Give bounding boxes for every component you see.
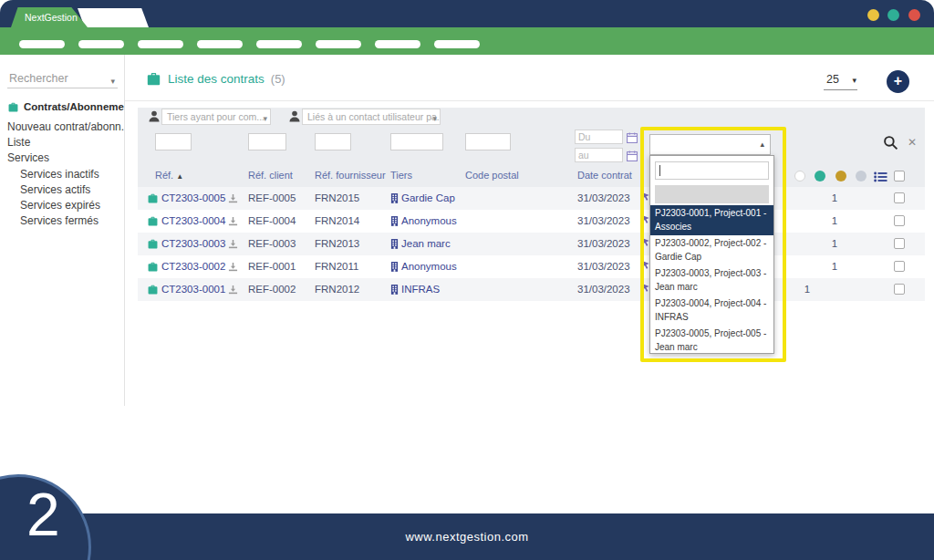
page-size-value: 25: [826, 73, 839, 86]
window-dot-green-icon[interactable]: [887, 9, 899, 21]
dropdown-option[interactable]: PJ2303-0002, Project-002 - Gardie Cap: [650, 235, 773, 265]
step-number: 2: [26, 484, 60, 544]
contact-filter-combo[interactable]: Liés à un contact utilisateur pa... ▾: [302, 109, 441, 125]
page-size-select[interactable]: 25 ▾: [824, 73, 857, 90]
contract-ref-link[interactable]: CT2303-0003: [161, 238, 225, 249]
dropdown-option[interactable]: PJ2303-0004, Project-004 - INFRAS: [650, 296, 773, 326]
briefcase-icon: [146, 72, 161, 86]
sidebar-item-liste[interactable]: Liste: [7, 136, 30, 149]
column-header-date-contrat[interactable]: Date contrat: [577, 170, 632, 181]
window-dot-yellow-icon[interactable]: [867, 9, 879, 21]
page-title: Liste des contrats: [168, 72, 265, 86]
select-all-checkbox[interactable]: [894, 171, 905, 181]
row-checkbox[interactable]: [894, 238, 905, 249]
row-checkbox[interactable]: [894, 215, 905, 226]
download-icon[interactable]: [228, 239, 238, 249]
date-to-input[interactable]: [575, 148, 623, 162]
date-contrat-cell: 31/03/2023: [577, 261, 630, 272]
project-filter-select[interactable]: ▴: [649, 134, 771, 155]
menu-item-pill[interactable]: [316, 40, 361, 48]
brand-tab[interactable]: NextGestion: [11, 7, 88, 27]
title-bar: NextGestion: [0, 0, 934, 27]
tiers-filter-input[interactable]: [390, 133, 443, 150]
dropdown-option[interactable]: PJ2303-0001, Project-001 - Associes: [650, 205, 773, 235]
column-header-ref-fournisseur[interactable]: Réf. fournisseur: [315, 170, 386, 181]
code-postal-filter-input[interactable]: [465, 133, 511, 150]
status-dot-gold-icon[interactable]: [835, 171, 846, 181]
menu-item-pill[interactable]: [78, 40, 124, 48]
building-icon: [390, 261, 399, 272]
main-menu-bar: [0, 27, 934, 55]
menu-item-pill[interactable]: [375, 40, 420, 48]
ref-client-cell: REF-0001: [248, 261, 296, 272]
search-icon[interactable]: [883, 135, 898, 150]
tiers-link[interactable]: Gardie Cap: [401, 192, 455, 203]
ref-fournisseur-filter-input[interactable]: [315, 133, 351, 150]
ref-client-filter-input[interactable]: [248, 133, 286, 150]
ref-filter-input[interactable]: [155, 133, 192, 150]
column-header-code-postal[interactable]: Code postal: [465, 170, 519, 181]
sidebar: Rechercher ▾ Contrats/Abonneme... Nouvea…: [0, 55, 125, 406]
contract-ref-link[interactable]: CT2303-0002: [161, 261, 225, 272]
row-checkbox[interactable]: [894, 261, 905, 272]
menu-item-pill[interactable]: [434, 40, 480, 48]
sidebar-item-services-actifs[interactable]: Services actifs: [20, 183, 90, 196]
status-dot-green-icon[interactable]: [815, 171, 825, 181]
sidebar-item-nouveau-contrat[interactable]: Nouveau contrat/abonn.: [7, 120, 124, 133]
count-b-cell: 1: [821, 261, 848, 272]
date-from-input[interactable]: [575, 130, 623, 144]
sidebar-item-services-inactifs[interactable]: Services inactifs: [20, 168, 99, 181]
dropdown-option[interactable]: PJ2303-0005, Project-005 - Jean marc: [650, 326, 773, 355]
text-cursor: [659, 165, 660, 176]
contract-ref-link[interactable]: CT2303-0005: [161, 192, 225, 203]
download-icon[interactable]: [228, 285, 238, 295]
dropdown-option-empty[interactable]: [655, 185, 769, 203]
download-icon[interactable]: [228, 216, 238, 226]
status-dot-white-icon[interactable]: [794, 171, 805, 181]
download-icon[interactable]: [228, 262, 238, 272]
column-header-ref-client[interactable]: Réf. client: [248, 170, 293, 181]
ref-client-cell: REF-0005: [248, 192, 296, 203]
sidebar-item-services-fermes[interactable]: Services fermés: [20, 214, 99, 227]
tiers-link[interactable]: Anonymous: [401, 215, 457, 226]
column-header-tiers[interactable]: Tiers: [390, 170, 412, 181]
sidebar-search-placeholder: Rechercher: [9, 72, 68, 85]
contract-ref-link[interactable]: CT2303-0001: [161, 284, 225, 295]
menu-item-pill[interactable]: [197, 40, 243, 48]
tiers-link[interactable]: Jean marc: [401, 238, 451, 249]
sidebar-search-select[interactable]: Rechercher ▾: [7, 70, 118, 88]
sidebar-section-contrats[interactable]: Contrats/Abonneme...: [7, 101, 125, 112]
inactive-tab[interactable]: [78, 8, 149, 27]
tiers-filter-placeholder: Tiers ayant pour com...: [167, 111, 265, 122]
ref-fournisseur-cell: FRN2012: [315, 284, 359, 295]
calendar-icon[interactable]: [627, 130, 638, 141]
list-view-icon[interactable]: [874, 171, 887, 182]
download-icon[interactable]: [228, 193, 238, 203]
footer-bar: www.nextgestion.com: [0, 513, 934, 560]
add-contract-button[interactable]: +: [887, 70, 909, 93]
sidebar-item-services-expires[interactable]: Services expirés: [20, 199, 100, 212]
column-header-ref[interactable]: Réf.▲: [155, 170, 183, 181]
row-checkbox[interactable]: [894, 192, 905, 203]
menu-item-pill[interactable]: [19, 40, 65, 48]
app-window: NextGestion Rechercher ▾ Contrats/Abonne…: [0, 0, 934, 560]
tiers-link[interactable]: Anonymous: [401, 261, 457, 272]
row-checkbox[interactable]: [894, 284, 905, 295]
menu-item-pill[interactable]: [138, 40, 183, 48]
building-icon: [390, 215, 399, 226]
chevron-down-icon: ▾: [432, 111, 437, 125]
dropdown-option[interactable]: PJ2303-0003, Project-003 - Jean marc: [650, 265, 773, 296]
contract-ref-link[interactable]: CT2303-0004: [161, 215, 225, 226]
window-dot-red-icon[interactable]: [908, 9, 920, 21]
contact-filter-placeholder: Liés à un contact utilisateur pa...: [307, 111, 441, 122]
clear-filters-icon[interactable]: ✕: [908, 136, 917, 149]
menu-item-pill[interactable]: [256, 40, 302, 48]
dropdown-search-input[interactable]: [655, 161, 769, 180]
sidebar-item-services[interactable]: Services: [7, 151, 49, 164]
calendar-icon[interactable]: [627, 149, 638, 160]
tiers-link[interactable]: INFRAS: [401, 284, 440, 295]
status-dot-gray-icon[interactable]: [856, 171, 867, 181]
building-icon: [390, 192, 399, 203]
ref-fournisseur-cell: FRN2013: [315, 238, 359, 249]
tiers-filter-combo[interactable]: Tiers ayant pour com... ▾: [161, 109, 271, 125]
